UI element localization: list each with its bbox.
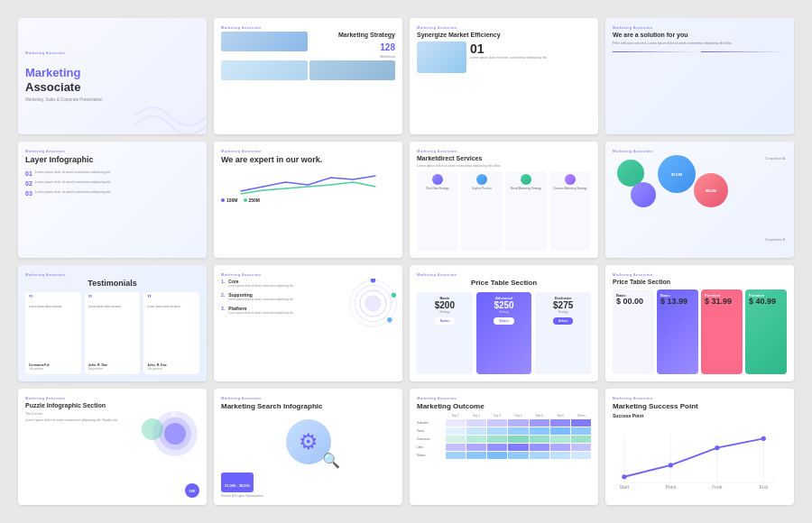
cell (446, 427, 466, 435)
svg-text:Point: Point (665, 484, 676, 490)
cell (487, 427, 507, 435)
testimonial-card-1: " Lorem ipsum dolor sit amet. Cerrianna … (25, 292, 81, 374)
slide-6-stats: 100M 250M (221, 197, 395, 203)
slide-11: Marketing Associate Price Table Section … (410, 265, 598, 381)
table-row: Comments (417, 436, 591, 443)
slide-3-number: 01 (470, 41, 591, 56)
svg-text:⚙: ⚙ (171, 410, 177, 418)
slide-15-label: Marketing Associate (417, 396, 591, 400)
slide-4-label: Marketing Associate (613, 25, 787, 30)
slide-4: Marketing Associate We are a solution fo… (605, 18, 794, 134)
slide-1-subtitle: Marketing, Sales & Corporate Presentatio… (25, 97, 103, 102)
price-v-value-3: $ 31.99 (705, 298, 739, 307)
price-card-v-prem: Premium $ 31.99 (701, 289, 743, 374)
th-day1: Day 1 (446, 414, 465, 417)
item-num-1: 01 (25, 170, 32, 177)
stat-item-2: 250M (244, 197, 261, 203)
cell (466, 452, 486, 459)
slide-9-title: Testimonials (25, 279, 199, 288)
slide-2-label: Marketing Associate (221, 25, 395, 30)
cell (508, 444, 528, 451)
bubble-3 (631, 182, 656, 207)
core-num-3: 3. (221, 306, 225, 315)
slide-10-label: Marketing Associate (221, 272, 395, 277)
cell (530, 419, 549, 427)
cell (466, 419, 486, 427)
price-value-basic: $200 (435, 300, 455, 310)
slide-7: Marketing Associate Marketdirect Service… (410, 142, 598, 258)
comp-label-b: Competition B (765, 238, 785, 242)
cell (487, 452, 507, 459)
row-label-1: Subcriber (417, 421, 444, 425)
testimonial-role-3: Job position (147, 367, 196, 371)
svg-text:Final: Final (712, 484, 722, 490)
dot-blue (221, 198, 225, 202)
core-text-2: Lorem ipsum dolor sit amet consectetur a… (228, 298, 293, 301)
slide-12-label: Marketing Associate (613, 272, 787, 277)
slide-4-text: Fill in with your own text. Lorem ipsum … (613, 41, 787, 46)
item-text-1: Lorem ipsum dolor sit amet consectetur a… (35, 170, 111, 175)
service-icon-2 (476, 174, 487, 185)
slide-16-chart-title: Success Point (613, 413, 787, 418)
slide-14-gear-container: ⚙ 🔍 (286, 419, 331, 464)
price-card-basic: Basic $200 Strategy Select (417, 292, 473, 374)
svg-point-9 (164, 423, 186, 445)
price-card-v-adv: Basic $ 13.99 (657, 289, 698, 374)
slide-16-title: Marketing Success Point (613, 402, 787, 410)
slide-5-items: 01 Lorem ipsum dolor sit amet consectetu… (25, 170, 199, 197)
cell (466, 436, 486, 443)
testimonial-card-2: " Lorem ipsum dolor sit amet. John. R. D… (85, 292, 141, 374)
cell (550, 436, 570, 443)
th-others: Others (572, 414, 591, 417)
stat-val-1: 100M (226, 197, 238, 203)
svg-point-4 (371, 279, 376, 283)
svg-point-20 (761, 436, 766, 441)
service-icon-3 (521, 174, 531, 185)
price-btn-basic[interactable]: Select (435, 317, 455, 325)
slide-2-stat-label: Members (380, 54, 395, 59)
dot-green (244, 198, 247, 202)
price-card-v-basic: Basic $ 00.00 (613, 289, 654, 374)
testimonial-text-3: Lorem ipsum dolor sit amet. (147, 305, 196, 361)
slide-12-title: Price Table Section (613, 279, 787, 285)
slide-13-puzzle-visual: ⚙ (139, 402, 202, 456)
service-card-2: Explore Product (461, 171, 503, 251)
slide-15-header: Day 1 Day 2 Day 3 Day 4 Day 5 Day 6 Othe… (417, 414, 591, 417)
cell (530, 436, 549, 443)
core-text-1: Lorem ipsum dolor sit amet consectetur a… (228, 284, 293, 288)
row-label-3: Comments (417, 437, 444, 441)
testimonial-role-1: Job position (29, 367, 78, 371)
price-btn-advanced[interactable]: Select (494, 317, 513, 325)
cell (466, 427, 486, 435)
item-text-3: Lorem ipsum dolor sit amet consectetur a… (35, 190, 111, 195)
list-item: 01 Lorem ipsum dolor sit amet consectetu… (25, 170, 199, 177)
svg-text:End: End (760, 484, 768, 490)
svg-point-18 (669, 463, 673, 467)
slide-9-cards: " Lorem ipsum dolor sit amet. Cerrianna … (25, 292, 199, 374)
slide-13: Marketing Associate Puzzle Infographic S… (18, 389, 207, 505)
cell (446, 452, 466, 459)
cell (446, 436, 466, 443)
svg-point-19 (715, 445, 719, 450)
slide-3-title: Synergize Market Efficiency (417, 32, 591, 38)
service-icon-1 (432, 174, 443, 185)
price-card-advanced: Advanced $250 Strategy Select (476, 292, 532, 374)
slide-4-divider-1 (613, 51, 699, 52)
slide-3: Marketing Associate Synergize Market Eff… (410, 18, 598, 134)
cell (446, 419, 466, 427)
slide-1-title-marketing: Marketing (25, 66, 80, 79)
svg-point-5 (392, 293, 397, 298)
cell (550, 427, 570, 435)
slide-3-text: Lorem ipsum dolor sit amet, consectetur … (470, 56, 591, 60)
service-label-1: Flow Data Strategy (426, 187, 449, 190)
price-btn-exclusive[interactable]: Select (553, 317, 573, 325)
item-text-2: Lorem ipsum dolor sit amet consectetur a… (35, 180, 111, 185)
th-day6: Day 6 (550, 414, 569, 417)
row-cells-3 (446, 436, 591, 443)
svg-text:Start: Start (619, 484, 629, 490)
price-value-exclusive: $275 (553, 300, 573, 310)
price-period-basic: Strategy (439, 310, 449, 314)
table-row: Likes (417, 444, 591, 451)
cell (508, 427, 528, 435)
service-icon-4 (565, 174, 576, 185)
